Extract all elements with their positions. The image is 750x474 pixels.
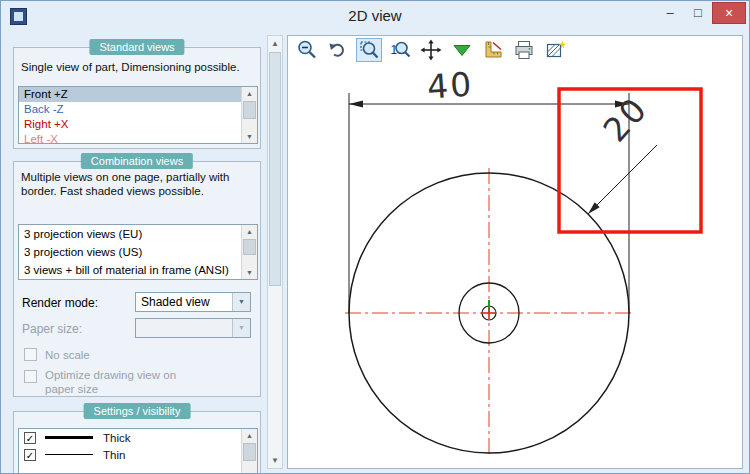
titlebar: 2D view – □ × <box>1 1 749 31</box>
standard-views-description: Single view of part, Dimensioning possib… <box>21 60 240 74</box>
visibility-list: ✓ Thick ✓ Thin ▲ <box>18 428 258 474</box>
list-item-front-z[interactable]: Front +Z <box>19 87 242 102</box>
window-title: 2D view <box>1 7 749 24</box>
list-item-back-z[interactable]: Back -Z <box>19 102 242 117</box>
render-mode-label: Render mode: <box>22 296 98 310</box>
scroll-up-icon[interactable]: ▲ <box>268 36 282 51</box>
scroll-down-icon[interactable]: ▼ <box>242 266 257 279</box>
visibility-scrollbar[interactable]: ▲ <box>241 429 257 474</box>
thick-line-sample <box>45 436 93 439</box>
green-down-arrow-icon <box>451 39 473 61</box>
scrollbar-thumb[interactable] <box>243 443 256 461</box>
drawing-canvas[interactable]: 40 20 <box>287 35 743 469</box>
window-2d-view: 2D view – □ × Standard views Single view… <box>0 0 750 474</box>
list-item-3-projection-us[interactable]: 3 projection views (US) <box>19 243 242 261</box>
print-icon <box>513 39 535 61</box>
sidebar-scrollbar[interactable]: ▲ ▼ <box>267 35 283 469</box>
dimension-ruler-button[interactable] <box>480 38 506 62</box>
standard-views-list: Front +Z Back -Z Right +X Left -X ▲ ▼ <box>18 86 258 144</box>
no-scale-checkbox[interactable] <box>24 348 37 361</box>
combination-views-description: Multiple views on one page, partially wi… <box>21 170 253 198</box>
maximize-button[interactable]: □ <box>684 2 712 22</box>
arrowhead-left <box>349 101 363 108</box>
list-item-3-projection-eu[interactable]: 3 projection views (EU) <box>19 225 242 243</box>
dimension-40-label: 40 <box>426 64 475 106</box>
settings-visibility-header: Settings / visibility <box>84 403 191 419</box>
zoom-out-icon <box>296 39 318 61</box>
thin-label: Thin <box>103 449 125 461</box>
list-item-thin[interactable]: ✓ Thin <box>19 446 257 463</box>
mesh-down-arrow-button[interactable] <box>449 38 475 62</box>
list-item-3-views-bom-ansi[interactable]: 3 views + bill of material in frame (ANS… <box>19 261 242 279</box>
optimize-label: Optimize drawing view on paper size <box>45 368 195 396</box>
undo-icon <box>327 39 349 61</box>
zoom-out-button[interactable] <box>294 38 320 62</box>
standard-views-section: Standard views Single view of part, Dime… <box>13 47 261 149</box>
paper-size-label: Paper size: <box>22 322 82 336</box>
paper-size-select[interactable]: ▼ <box>135 318 251 338</box>
combination-views-scrollbar[interactable]: ▲ ▼ <box>241 225 257 279</box>
thin-checkbox[interactable]: ✓ <box>24 449 36 461</box>
dimension-ruler-icon <box>482 39 504 61</box>
scroll-up-icon[interactable]: ▲ <box>242 429 257 442</box>
list-item-thick[interactable]: ✓ Thick <box>19 429 257 446</box>
hatch-settings-button[interactable] <box>542 38 568 62</box>
standard-views-scrollbar[interactable]: ▲ ▼ <box>241 87 257 143</box>
thick-checkbox[interactable]: ✓ <box>24 432 36 444</box>
undo-button[interactable] <box>325 38 351 62</box>
scroll-up-icon[interactable]: ▲ <box>242 225 257 238</box>
pan-button[interactable] <box>418 38 444 62</box>
scrollbar-thumb[interactable] <box>243 239 256 255</box>
no-scale-label: No scale <box>45 348 90 362</box>
combination-views-list: 3 projection views (EU) 3 projection vie… <box>18 224 258 280</box>
list-item-right-x[interactable]: Right +X <box>19 117 242 132</box>
scroll-down-icon[interactable]: ▼ <box>268 453 282 468</box>
pan-icon <box>420 39 442 61</box>
print-button[interactable] <box>511 38 537 62</box>
radius-leader-line <box>588 145 657 214</box>
scroll-up-icon[interactable]: ▲ <box>242 87 257 100</box>
scrollbar-thumb[interactable] <box>243 101 256 119</box>
standard-views-header: Standard views <box>89 39 184 55</box>
dropdown-arrow-icon[interactable]: ▼ <box>232 293 250 311</box>
render-mode-value: Shaded view <box>141 295 210 309</box>
render-mode-select[interactable]: Shaded view ▼ <box>135 292 251 312</box>
combination-views-header: Combination views <box>81 153 193 169</box>
drawing-toolbar: 1 <box>294 37 568 63</box>
zoom-window-icon <box>358 39 380 61</box>
dropdown-arrow-icon[interactable]: ▼ <box>232 319 250 337</box>
thin-line-sample <box>45 454 93 455</box>
list-item-left-x[interactable]: Left -X <box>19 132 242 144</box>
combination-views-section: Combination views Multiple views on one … <box>13 161 261 397</box>
close-button[interactable]: × <box>712 2 746 24</box>
zoom-one-to-one-button[interactable]: 1 <box>387 38 413 62</box>
settings-visibility-section: Settings / visibility ✓ Thick ✓ Thin ▲ <box>13 411 261 474</box>
zoom-one-to-one-icon: 1 <box>389 39 411 61</box>
dimension-20-label: 20 <box>596 89 656 149</box>
optimize-checkbox[interactable] <box>24 370 37 383</box>
hatch-settings-icon <box>544 39 566 61</box>
scroll-down-icon[interactable]: ▼ <box>242 130 257 143</box>
zoom-window-button[interactable] <box>356 38 382 62</box>
minimize-button[interactable]: – <box>656 2 684 22</box>
scrollbar-thumb[interactable] <box>269 52 281 286</box>
thick-label: Thick <box>103 432 130 444</box>
